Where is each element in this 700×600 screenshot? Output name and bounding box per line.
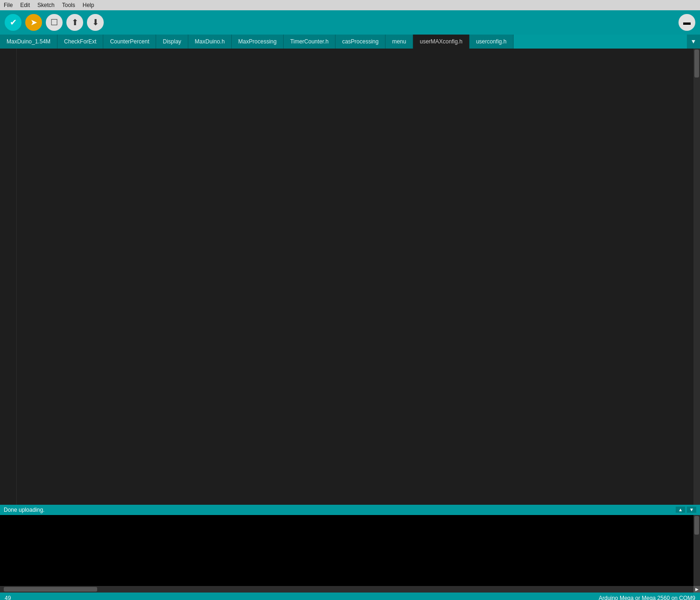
tab-menu[interactable]: menu (386, 35, 413, 49)
console-row (0, 515, 700, 586)
menu-bar: File Edit Sketch Tools Help (0, 0, 700, 10)
console-output (0, 515, 693, 521)
console-scroll-down[interactable]: ▼ (687, 507, 696, 513)
tab-maxduinoh[interactable]: MaxDuino.h (188, 35, 232, 49)
new-button[interactable]: ☐ (46, 14, 63, 31)
console-text (0, 515, 693, 586)
editor (0, 49, 700, 505)
console-scrollbar[interactable] (693, 515, 700, 586)
serial-monitor-button[interactable]: ▬ (679, 14, 695, 31)
console-header: Done uploading. ▲ ▼ (0, 505, 700, 515)
scroll-thumb[interactable] (694, 49, 699, 78)
code-area[interactable] (17, 49, 693, 505)
horizontal-scroll-thumb[interactable] (4, 587, 97, 592)
bottom-scrollbar[interactable]: ▶ (0, 586, 700, 593)
tab-maxduino[interactable]: MaxDuino_1.54M (0, 35, 57, 49)
editor-scrollbar[interactable] (693, 49, 700, 505)
tab-counterpercent[interactable]: CounterPercent (103, 35, 156, 49)
cursor-position: 49 (5, 595, 11, 600)
scroll-right-button[interactable]: ▶ (693, 586, 700, 593)
verify-button[interactable]: ✔ (5, 14, 21, 31)
save-button[interactable]: ⬇ (87, 14, 104, 31)
tab-bar: MaxDuino_1.54M CheckForExt CounterPercen… (0, 35, 700, 49)
menu-sketch[interactable]: Sketch (37, 2, 55, 8)
tab-timercounter[interactable]: TimerCounter.h (284, 35, 336, 49)
menu-help[interactable]: Help (83, 2, 94, 8)
open-button[interactable]: ⬆ (66, 14, 83, 31)
tabs-more-button[interactable]: ▼ (687, 35, 700, 49)
tab-maxprocessing[interactable]: MaxProcessing (232, 35, 284, 49)
menu-file[interactable]: File (4, 2, 13, 8)
toolbar: ✔ ➤ ☐ ⬆ ⬇ ▬ (0, 10, 700, 35)
console-status: Done uploading. (4, 507, 44, 513)
menu-tools[interactable]: Tools (62, 2, 75, 8)
status-bar: 49 Arduino Mega or Mega 2560 on COM9 (0, 593, 700, 600)
tab-usermaxconfig[interactable]: userMAXconfig.h (413, 35, 469, 49)
console-container: Done uploading. ▲ ▼ (0, 505, 700, 586)
console-scroll-thumb[interactable] (694, 516, 699, 535)
console-scroll-up[interactable]: ▲ (676, 507, 685, 513)
tab-checkforext[interactable]: CheckForExt (57, 35, 103, 49)
tab-userconfig[interactable]: userconfig.h (470, 35, 514, 49)
line-numbers (0, 49, 17, 505)
board-info: Arduino Mega or Mega 2560 on COM9 (599, 595, 695, 600)
tab-display[interactable]: Display (156, 35, 188, 49)
tab-casprocessing[interactable]: casProcessing (336, 35, 386, 49)
upload-button[interactable]: ➤ (25, 14, 42, 31)
menu-edit[interactable]: Edit (20, 2, 30, 8)
